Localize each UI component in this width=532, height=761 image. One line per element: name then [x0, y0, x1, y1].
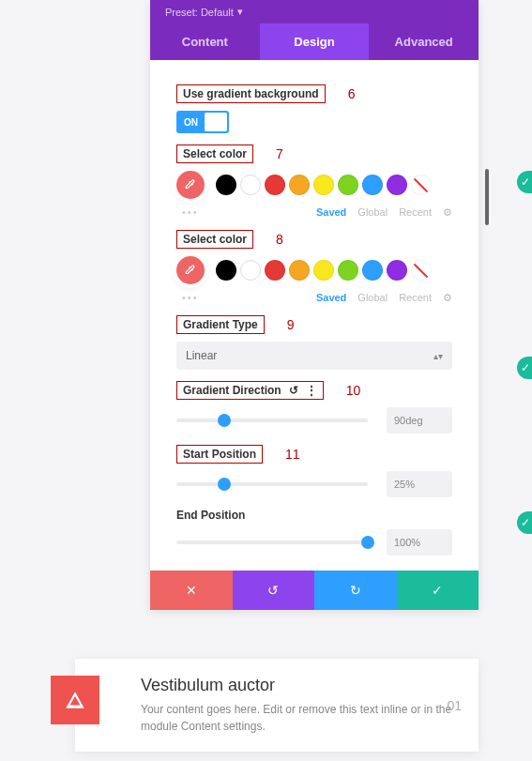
card-logo-icon	[51, 676, 99, 724]
undo-button[interactable]: ↺	[233, 571, 315, 610]
annotation-7: 7	[276, 146, 283, 161]
swatch[interactable]	[216, 175, 236, 195]
annotation-9: 9	[287, 317, 295, 332]
gradient-direction-label: Gradient Direction	[183, 384, 281, 397]
kebab-icon[interactable]: ⋮	[306, 384, 317, 397]
toggle-knob	[205, 113, 227, 131]
swatch-tabs-1: ••• Saved Global Recent ⚙	[176, 206, 452, 219]
tab-advanced[interactable]: Advanced	[369, 23, 479, 60]
scroll-indicator[interactable]	[485, 169, 489, 225]
end-slider-row: 100%	[176, 529, 452, 556]
card-body: Your content goes here. Edit or remove t…	[141, 701, 460, 735]
swatch[interactable]	[265, 260, 285, 281]
direction-value[interactable]: 90deg	[387, 407, 452, 434]
preset-label: Preset: Default	[165, 7, 234, 18]
reset-icon[interactable]: ↺	[289, 384, 298, 397]
gradient-type-value: Linear	[186, 349, 217, 362]
toggle-on-text: ON	[178, 117, 204, 128]
swatch[interactable]	[313, 175, 334, 195]
row-gradient-type: Gradient Type 9	[176, 315, 452, 334]
swatch[interactable]	[289, 175, 310, 195]
gradient-type-label: Gradient Type	[176, 315, 265, 334]
swatch-tabs-2: ••• Saved Global Recent ⚙	[176, 292, 452, 304]
side-tab-2[interactable]: ✓	[517, 357, 532, 379]
select-color-2-label: Select color	[176, 230, 253, 249]
annotation-10: 10	[346, 383, 361, 398]
use-gradient-label: Use gradient background	[176, 84, 326, 103]
swatch-tab-saved[interactable]: Saved	[316, 292, 346, 304]
swatch[interactable]	[240, 175, 261, 195]
swatch[interactable]	[338, 260, 358, 281]
slider-thumb[interactable]	[218, 478, 231, 491]
swatch[interactable]	[240, 260, 261, 281]
start-position-label: Start Position	[176, 445, 263, 464]
panel-body: Use gradient background 6 ON Select colo…	[150, 60, 479, 571]
side-tab-3[interactable]: ✓	[517, 511, 532, 534]
row-gradient-direction: Gradient Direction ↺ ⋮ 10	[176, 381, 452, 400]
end-value[interactable]: 100%	[387, 529, 452, 556]
swatch[interactable]	[313, 260, 334, 281]
swatch[interactable]	[362, 260, 383, 281]
swatch-tab-recent[interactable]: Recent	[399, 292, 432, 304]
swatch-tab-global[interactable]: Global	[357, 206, 388, 219]
eyedropper-icon[interactable]	[176, 256, 205, 284]
tabs: Content Design Advanced	[150, 23, 479, 60]
side-tab-1[interactable]: ✓	[517, 171, 532, 193]
tab-design[interactable]: Design	[260, 23, 370, 60]
annotation-11: 11	[285, 447, 300, 462]
swatch-transparent[interactable]	[411, 260, 432, 281]
card-title: Vestibulum auctor	[141, 676, 460, 695]
preset-row[interactable]: Preset: Default ▾	[150, 0, 479, 23]
swatch-tab-recent[interactable]: Recent	[399, 206, 432, 219]
row-select-color-1: Select color 7	[176, 145, 452, 163]
swatch-tab-saved[interactable]: Saved	[316, 206, 346, 219]
row-select-color-2: Select color 8	[176, 230, 452, 249]
redo-button[interactable]: ↻	[314, 571, 397, 610]
swatch[interactable]	[387, 260, 407, 281]
row-use-gradient: Use gradient background 6	[176, 84, 452, 103]
tab-content[interactable]: Content	[150, 23, 260, 60]
eyedropper-icon[interactable]	[176, 171, 205, 199]
slider-thumb[interactable]	[218, 414, 231, 427]
settings-panel: Preset: Default ▾ Content Design Advance…	[150, 0, 479, 610]
cancel-button[interactable]: ✕	[150, 571, 233, 610]
swatch[interactable]	[216, 260, 236, 281]
more-icon[interactable]: •••	[182, 206, 199, 219]
slider-thumb[interactable]	[361, 536, 374, 549]
swatch-row-2	[176, 256, 452, 284]
swatch[interactable]	[289, 260, 310, 281]
swatch-tab-global[interactable]: Global	[357, 292, 388, 304]
end-position-label: End Position	[176, 509, 245, 522]
start-value[interactable]: 25%	[387, 471, 452, 497]
direction-slider[interactable]	[176, 419, 368, 422]
gradient-toggle[interactable]: ON	[176, 111, 229, 133]
select-arrows-icon: ▴▾	[433, 351, 443, 361]
card-number: 01	[447, 698, 462, 713]
swatch[interactable]	[387, 175, 407, 195]
row-end-position: End Position	[176, 509, 452, 522]
chevron-down-icon: ▾	[237, 6, 243, 18]
swatch[interactable]	[362, 175, 383, 195]
swatch[interactable]	[265, 175, 285, 195]
more-icon[interactable]: •••	[182, 292, 199, 304]
start-slider[interactable]	[176, 482, 368, 486]
gradient-type-select[interactable]: Linear ▴▾	[176, 342, 452, 370]
direction-slider-row: 90deg	[176, 407, 452, 434]
annotation-8: 8	[276, 232, 283, 247]
start-slider-row: 25%	[176, 471, 452, 497]
end-slider[interactable]	[176, 540, 368, 544]
swatch[interactable]	[338, 175, 358, 195]
swatch-transparent[interactable]	[411, 175, 432, 195]
confirm-button[interactable]: ✓	[397, 571, 479, 610]
content-card: Vestibulum auctor Your content goes here…	[75, 659, 479, 752]
swatch-row-1	[176, 171, 452, 199]
footer-actions: ✕ ↺ ↻ ✓	[150, 571, 479, 610]
row-start-position: Start Position 11	[176, 445, 452, 464]
gradient-direction-label-box: Gradient Direction ↺ ⋮	[176, 381, 324, 400]
gear-icon[interactable]: ⚙	[443, 292, 452, 304]
annotation-6: 6	[348, 86, 356, 101]
gear-icon[interactable]: ⚙	[443, 206, 452, 219]
select-color-1-label: Select color	[176, 145, 253, 163]
